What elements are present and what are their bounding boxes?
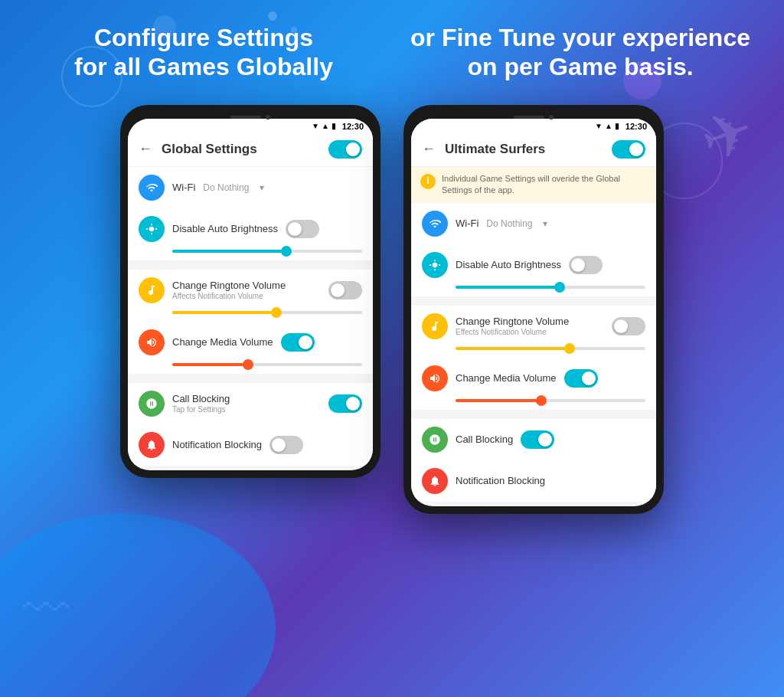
info-text-right: Individual Game Settings will overide th… xyxy=(442,173,647,197)
ringtone-toggle-left[interactable] xyxy=(328,281,362,299)
ringtone-slider-right[interactable] xyxy=(411,347,656,358)
notification-icon-right xyxy=(422,468,448,494)
brightness-toggle-right[interactable] xyxy=(569,256,603,274)
ringtone-row-left[interactable]: Change Ringtone Volume Affects Notificat… xyxy=(128,270,373,311)
time-display-left: 12:30 xyxy=(342,122,364,131)
brightness-slider-left[interactable] xyxy=(128,250,373,260)
wifi-dropdown-right[interactable]: ▾ xyxy=(543,218,547,229)
time-display-right: 12:30 xyxy=(626,122,647,131)
call-icon-left xyxy=(139,391,165,417)
header-right-text: or Fine Tune your experience on per Game… xyxy=(392,23,753,82)
wifi-value-left: Do Nothing xyxy=(203,182,249,193)
main-toggle-right[interactable] xyxy=(612,140,645,159)
media-slider-right[interactable] xyxy=(411,399,656,410)
call-row-left[interactable]: Call Blocking Tap for Settings xyxy=(128,383,373,424)
wifi-row-left[interactable]: Wi-Fi Do Nothing ▾ xyxy=(128,167,373,208)
ringtone-toggle-right[interactable] xyxy=(612,317,645,335)
back-button-right[interactable]: ← xyxy=(422,141,436,157)
section-call-notification-left: Call Blocking Tap for Settings Notificat… xyxy=(128,383,373,466)
back-button-left[interactable]: ← xyxy=(139,141,152,157)
status-bar-right: ▼ ▲ ▮ 12:30 xyxy=(411,119,656,133)
section-ringtone-media-left: Change Ringtone Volume Affects Notificat… xyxy=(128,270,373,374)
wifi-dropdown-left[interactable]: ▾ xyxy=(260,182,264,193)
wifi-icon-left xyxy=(139,175,165,201)
header-left-text: Configure Settings for all Games Globall… xyxy=(31,23,392,82)
brightness-slider-right[interactable] xyxy=(411,286,656,296)
brightness-row-left[interactable]: Disable Auto Brightness xyxy=(128,208,373,250)
call-label-left: Call Blocking Tap for Settings xyxy=(172,393,321,414)
app-title-left: Global Settings xyxy=(162,142,328,157)
call-row-right[interactable]: Call Blocking xyxy=(411,419,656,460)
media-icon-right xyxy=(422,365,448,391)
phone-right: ▼ ▲ ▮ 12:30 ← Ultimate Surfers i Individ… xyxy=(403,105,664,514)
info-banner-right: i Individual Game Settings will overide … xyxy=(411,167,656,203)
media-label-right: Change Media Volume xyxy=(456,372,557,384)
call-toggle-right[interactable] xyxy=(521,430,554,449)
section-wifi-brightness-left: Wi-Fi Do Nothing ▾ Disable Auto Brightne… xyxy=(128,167,373,260)
wifi-label-left: Wi-Fi xyxy=(172,182,195,193)
call-toggle-left[interactable] xyxy=(328,394,362,413)
media-label-left: Change Media Volume xyxy=(172,336,273,348)
notification-label-right: Notification Blocking xyxy=(456,475,545,486)
notification-row-left[interactable]: Notification Blocking xyxy=(128,424,373,466)
media-slider-left[interactable] xyxy=(128,363,373,374)
ringtone-row-right[interactable]: Change Ringtone Volume Effects Notificat… xyxy=(411,306,656,347)
media-toggle-left[interactable] xyxy=(281,333,315,352)
call-label-right: Call Blocking xyxy=(456,434,513,445)
wifi-status-icon-right: ▲ xyxy=(605,122,612,130)
wifi-label-right: Wi-Fi xyxy=(456,218,479,229)
wifi-row-right[interactable]: Wi-Fi Do Nothing ▾ xyxy=(411,203,656,244)
info-icon-right: i xyxy=(420,174,436,189)
wifi-value-right: Do Nothing xyxy=(486,218,532,229)
status-bar-left: ▼ ▲ ▮ 12:30 xyxy=(128,119,373,133)
section-wifi-brightness-right: Wi-Fi Do Nothing ▾ Disable Auto Brightne… xyxy=(411,203,656,296)
battery-icon: ▮ xyxy=(332,122,336,130)
media-row-right[interactable]: Change Media Volume xyxy=(411,358,656,399)
ringtone-slider-left[interactable] xyxy=(128,311,373,322)
section-call-notification-right: Call Blocking Notification Blocking xyxy=(411,419,656,502)
media-row-left[interactable]: Change Media Volume xyxy=(128,322,373,363)
phone-left: ▼ ▲ ▮ 12:30 ← Global Settings W xyxy=(120,105,381,478)
notification-toggle-left[interactable] xyxy=(270,436,303,454)
brightness-icon-right xyxy=(422,252,448,278)
media-icon-left xyxy=(139,329,165,355)
brightness-label-left: Disable Auto Brightness xyxy=(172,223,278,234)
ringtone-icon-left xyxy=(139,277,165,303)
notification-label-left: Notification Blocking xyxy=(172,439,262,450)
media-toggle-right[interactable] xyxy=(564,369,598,388)
brightness-row-right[interactable]: Disable Auto Brightness xyxy=(411,244,656,286)
notification-icon-left xyxy=(139,432,165,458)
ringtone-icon-right xyxy=(422,313,448,339)
ringtone-label-right: Change Ringtone Volume Effects Notificat… xyxy=(456,316,604,336)
main-toggle-left[interactable] xyxy=(328,140,362,159)
battery-icon-right: ▮ xyxy=(615,122,619,130)
section-ringtone-media-right: Change Ringtone Volume Effects Notificat… xyxy=(411,306,656,410)
wifi-icon-right xyxy=(422,211,448,237)
app-header-right: ← Ultimate Surfers xyxy=(411,133,656,167)
brightness-icon-left xyxy=(139,216,165,242)
signal-icon-right: ▼ xyxy=(595,122,603,130)
app-title-right: Ultimate Surfers xyxy=(445,142,612,157)
app-header-left: ← Global Settings xyxy=(128,133,373,167)
signal-icon: ▼ xyxy=(312,122,319,130)
ringtone-label-left: Change Ringtone Volume Affects Notificat… xyxy=(172,280,321,300)
call-icon-right xyxy=(422,427,448,453)
wifi-status-icon: ▲ xyxy=(322,122,329,130)
notification-row-right[interactable]: Notification Blocking xyxy=(411,460,656,502)
brightness-toggle-left[interactable] xyxy=(286,220,319,238)
brightness-label-right: Disable Auto Brightness xyxy=(456,259,561,270)
